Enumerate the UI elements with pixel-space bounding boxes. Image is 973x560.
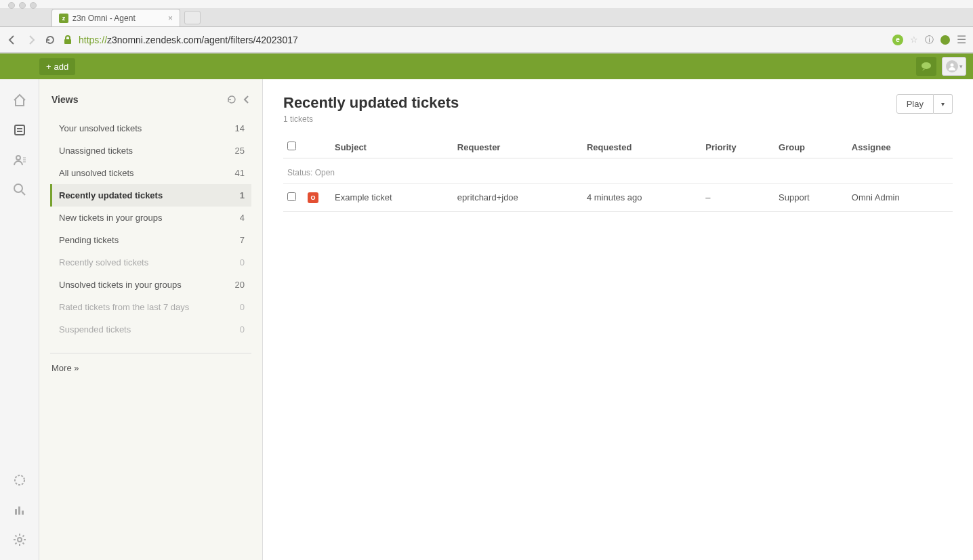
page-title: Recently updated tickets bbox=[283, 94, 459, 112]
refresh-icon[interactable] bbox=[227, 95, 236, 104]
caret-down-icon: ▾ bbox=[959, 63, 963, 70]
window-controls[interactable] bbox=[8, 2, 37, 9]
chat-button[interactable] bbox=[916, 57, 936, 76]
window-minimize-dot[interactable] bbox=[19, 2, 26, 9]
url-protocol: https:// bbox=[79, 35, 107, 45]
row-checkbox[interactable] bbox=[287, 192, 296, 201]
view-count: 0 bbox=[240, 257, 245, 267]
cell-subject: Example ticket bbox=[331, 184, 453, 212]
header-right: ▾ bbox=[916, 57, 966, 76]
play-dropdown-button[interactable]: ▾ bbox=[934, 94, 953, 114]
view-count: 4 bbox=[240, 213, 245, 223]
views-title: Views bbox=[51, 94, 78, 105]
extension-icon[interactable]: e bbox=[892, 35, 903, 45]
ticket-table: Subject Requester Requested Priority Gro… bbox=[283, 136, 953, 212]
reload-icon[interactable] bbox=[45, 35, 57, 45]
view-item[interactable]: Unsolved tickets in your groups20 bbox=[50, 274, 251, 296]
view-list: Your unsolved tickets14Unassigned ticket… bbox=[50, 117, 251, 341]
view-item[interactable]: Recently solved tickets0 bbox=[50, 251, 251, 274]
view-count: 7 bbox=[240, 235, 245, 245]
view-label: Unsolved tickets in your groups bbox=[59, 280, 182, 290]
view-item[interactable]: Unassigned tickets25 bbox=[50, 139, 251, 162]
user-menu-button[interactable]: ▾ bbox=[942, 57, 966, 76]
view-label: Your unsolved tickets bbox=[59, 123, 142, 133]
settings-gear-icon[interactable] bbox=[12, 532, 27, 547]
view-item[interactable]: New tickets in your groups4 bbox=[50, 207, 251, 229]
svg-rect-13 bbox=[15, 509, 17, 515]
view-label: Rated tickets from the last 7 days bbox=[59, 302, 189, 312]
address-bar-url[interactable]: https://z3nomni.zendesk.com/agent/filter… bbox=[79, 35, 298, 45]
svg-rect-3 bbox=[15, 125, 24, 135]
row-status-cell: O bbox=[304, 184, 331, 212]
ticket-row[interactable]: OExample ticketepritchard+jdoe4 minutes … bbox=[283, 184, 953, 212]
select-all-header bbox=[283, 136, 304, 158]
cell-group: Support bbox=[774, 184, 848, 212]
search-icon[interactable] bbox=[12, 182, 27, 197]
svg-rect-0 bbox=[64, 39, 71, 44]
svg-line-11 bbox=[22, 192, 25, 195]
more-link[interactable]: More » bbox=[50, 363, 79, 373]
url-path: z3nomni.zendesk.com/agent/filters/420230… bbox=[107, 35, 298, 45]
app-header: + add ▾ bbox=[0, 53, 973, 79]
view-item[interactable]: Rated tickets from the last 7 days0 bbox=[50, 296, 251, 318]
forward-icon[interactable] bbox=[26, 35, 38, 45]
home-icon[interactable] bbox=[12, 93, 27, 108]
views-icon[interactable] bbox=[12, 123, 27, 137]
view-label: Pending tickets bbox=[59, 235, 119, 245]
browser-chrome: z z3n Omni - Agent × https://z3nomni.zen… bbox=[0, 0, 973, 53]
add-button[interactable]: + add bbox=[39, 58, 75, 75]
status-dot-icon[interactable] bbox=[940, 35, 950, 45]
select-all-checkbox[interactable] bbox=[287, 142, 296, 150]
col-assignee[interactable]: Assignee bbox=[848, 136, 953, 158]
row-checkbox-cell bbox=[283, 184, 304, 212]
svg-point-10 bbox=[14, 184, 22, 192]
view-count: 0 bbox=[240, 324, 245, 335]
col-subject[interactable]: Subject bbox=[331, 136, 453, 158]
svg-point-2 bbox=[950, 64, 953, 67]
lock-icon bbox=[64, 35, 72, 45]
page-info-icon[interactable]: ⓘ bbox=[925, 34, 934, 46]
svg-rect-14 bbox=[18, 507, 20, 515]
plus-icon: + bbox=[46, 62, 51, 72]
window-zoom-dot[interactable] bbox=[30, 2, 37, 9]
view-item[interactable]: Recently updated tickets1 bbox=[50, 184, 251, 207]
view-count: 25 bbox=[235, 146, 245, 156]
col-group[interactable]: Group bbox=[774, 136, 848, 158]
view-item[interactable]: Suspended tickets0 bbox=[50, 318, 251, 341]
table-header-row: Subject Requester Requested Priority Gro… bbox=[283, 136, 953, 158]
view-count: 1 bbox=[240, 190, 245, 200]
group-row: Status: Open bbox=[283, 158, 953, 184]
col-requester[interactable]: Requester bbox=[453, 136, 583, 158]
back-icon[interactable] bbox=[7, 35, 19, 45]
view-item[interactable]: Pending tickets7 bbox=[50, 229, 251, 251]
view-label: Recently solved tickets bbox=[59, 257, 148, 267]
svg-point-16 bbox=[18, 538, 22, 542]
collapse-icon[interactable] bbox=[243, 95, 250, 104]
svg-point-12 bbox=[15, 475, 24, 485]
reports-icon[interactable] bbox=[12, 502, 27, 517]
new-tab-button[interactable] bbox=[184, 11, 201, 24]
tab-close-icon[interactable]: × bbox=[163, 14, 173, 23]
help-icon[interactable] bbox=[12, 473, 27, 488]
col-requested[interactable]: Requested bbox=[583, 136, 701, 158]
cell-requested: 4 minutes ago bbox=[583, 184, 701, 212]
browser-menu-icon[interactable]: ☰ bbox=[957, 33, 966, 46]
group-label: Status: Open bbox=[283, 158, 953, 184]
browser-tab[interactable]: z z3n Omni - Agent × bbox=[51, 9, 180, 26]
view-item[interactable]: Your unsolved tickets14 bbox=[50, 117, 251, 139]
chat-icon bbox=[920, 62, 932, 71]
col-priority[interactable]: Priority bbox=[701, 136, 774, 158]
svg-point-1 bbox=[922, 62, 931, 69]
content-area: Recently updated tickets 1 tickets Play … bbox=[263, 79, 973, 560]
play-button[interactable]: Play bbox=[896, 94, 934, 114]
view-item[interactable]: All unsolved tickets41 bbox=[50, 162, 251, 184]
view-count: 0 bbox=[240, 302, 245, 312]
main-layout: Views Your unsolved tickets14Unassigned … bbox=[0, 79, 973, 560]
cell-requester: epritchard+jdoe bbox=[453, 184, 583, 212]
window-close-dot[interactable] bbox=[8, 2, 15, 9]
bookmark-star-icon[interactable]: ☆ bbox=[910, 35, 918, 45]
users-icon[interactable] bbox=[12, 152, 27, 167]
view-count: 41 bbox=[235, 168, 245, 178]
browser-toolbar-right: e ☆ ⓘ ☰ bbox=[892, 33, 966, 46]
address-bar-row: https://z3nomni.zendesk.com/agent/filter… bbox=[0, 27, 973, 53]
